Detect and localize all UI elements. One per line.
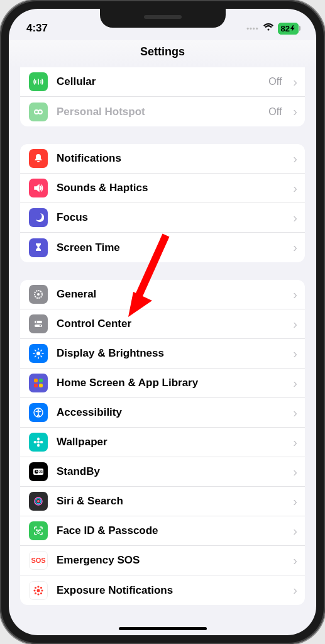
- row-label: StandBy: [57, 465, 282, 478]
- row-value: Off: [268, 76, 282, 87]
- clock-icon: 23: [29, 462, 48, 481]
- svg-point-0: [35, 110, 38, 114]
- accessibility-icon: [29, 403, 48, 422]
- wifi-icon: [263, 23, 274, 34]
- sos-icon: SOS: [29, 551, 48, 570]
- row-label: Face ID & Passcode: [57, 525, 282, 537]
- svg-point-44: [41, 587, 42, 588]
- settings-list[interactable]: Cellular Off › Personal Hotspot Off ›: [9, 67, 316, 631]
- row-cellular[interactable]: Cellular Off ›: [20, 67, 305, 97]
- row-screentime[interactable]: Screen Time ›: [20, 233, 305, 262]
- svg-point-7: [40, 325, 41, 326]
- row-label: General: [57, 288, 282, 301]
- row-standby[interactable]: 23 StandBy ›: [20, 457, 305, 487]
- toggles-icon: [29, 314, 48, 333]
- svg-point-5: [36, 321, 37, 323]
- row-label: Emergency SOS: [57, 554, 282, 567]
- row-label: Accessibility: [57, 406, 282, 419]
- chevron-right-icon: ›: [293, 240, 297, 255]
- faceid-icon: [29, 521, 48, 540]
- row-label: Focus: [57, 211, 282, 224]
- svg-point-43: [35, 587, 36, 588]
- chevron-right-icon: ›: [293, 211, 297, 225]
- row-controlcenter[interactable]: Control Center ›: [20, 309, 305, 339]
- svg-rect-19: [34, 384, 38, 387]
- row-sounds[interactable]: Sounds & Haptics ›: [20, 174, 305, 203]
- row-siri[interactable]: Siri & Search ›: [20, 487, 305, 516]
- siri-icon: [29, 492, 48, 511]
- svg-point-39: [38, 586, 39, 587]
- chevron-right-icon: ›: [293, 104, 297, 119]
- chevron-right-icon: ›: [293, 347, 297, 361]
- row-hotspot[interactable]: Personal Hotspot Off ›: [20, 97, 305, 126]
- chevron-right-icon: ›: [293, 181, 297, 196]
- svg-point-26: [34, 441, 37, 443]
- notch: [100, 9, 226, 28]
- screen: 4:37 •••• 82 Settings Cellular Off ›: [9, 9, 316, 635]
- chevron-right-icon: ›: [293, 583, 297, 597]
- row-focus[interactable]: Focus ›: [20, 203, 305, 233]
- row-label: Wallpaper: [57, 436, 282, 448]
- svg-point-42: [41, 590, 43, 591]
- status-time: 4:37: [26, 22, 48, 35]
- row-label: Control Center: [57, 318, 282, 330]
- row-general[interactable]: General ›: [20, 280, 305, 309]
- row-exposure[interactable]: Exposure Notifications ›: [20, 575, 305, 605]
- hotspot-icon: [29, 103, 48, 121]
- svg-point-8: [36, 352, 40, 355]
- svg-point-3: [37, 293, 40, 296]
- chevron-right-icon: ›: [293, 494, 297, 509]
- chevron-right-icon: ›: [293, 465, 297, 479]
- svg-line-13: [35, 350, 36, 352]
- moon-icon: [29, 208, 48, 227]
- svg-point-27: [40, 441, 43, 443]
- brightness-icon: [29, 344, 48, 363]
- group-alerts: Notifications › Sounds & Haptics › Focus…: [20, 144, 305, 262]
- row-sos[interactable]: SOS Emergency SOS ›: [20, 546, 305, 575]
- svg-point-22: [38, 409, 40, 411]
- svg-point-25: [37, 444, 40, 447]
- svg-point-36: [36, 530, 37, 530]
- speaker-icon: [29, 179, 48, 197]
- flower-icon: [29, 433, 48, 452]
- battery-icon: 82: [278, 23, 299, 35]
- svg-point-24: [37, 438, 40, 441]
- svg-line-14: [41, 356, 42, 357]
- chevron-right-icon: ›: [293, 553, 297, 568]
- row-wallpaper[interactable]: Wallpaper ›: [20, 428, 305, 457]
- chevron-right-icon: ›: [293, 435, 297, 450]
- svg-rect-18: [39, 379, 43, 382]
- row-label: Display & Brightness: [57, 347, 282, 360]
- chevron-right-icon: ›: [293, 376, 297, 391]
- row-label: Notifications: [57, 152, 282, 165]
- svg-point-45: [35, 592, 36, 594]
- svg-line-16: [41, 350, 42, 352]
- chevron-right-icon: ›: [293, 317, 297, 331]
- row-display[interactable]: Display & Brightness ›: [20, 339, 305, 369]
- row-label: Home Screen & App Library: [57, 377, 282, 389]
- svg-point-38: [37, 589, 40, 592]
- exposure-icon: [29, 581, 48, 600]
- svg-rect-20: [39, 384, 43, 387]
- bell-icon: [29, 149, 48, 168]
- svg-point-35: [37, 500, 40, 502]
- row-label: Sounds & Haptics: [57, 182, 282, 194]
- svg-text:23: 23: [39, 470, 43, 474]
- row-notifications[interactable]: Notifications ›: [20, 144, 305, 174]
- svg-point-37: [40, 530, 40, 530]
- row-label: Screen Time: [57, 242, 282, 254]
- row-faceid[interactable]: Face ID & Passcode ›: [20, 516, 305, 546]
- group-network: Cellular Off › Personal Hotspot Off ›: [20, 67, 305, 126]
- row-label: Exposure Notifications: [57, 584, 282, 597]
- chevron-right-icon: ›: [293, 75, 297, 89]
- chevron-right-icon: ›: [293, 152, 297, 166]
- svg-point-1: [38, 110, 42, 114]
- row-homescreen[interactable]: Home Screen & App Library ›: [20, 369, 305, 398]
- chevron-right-icon: ›: [293, 524, 297, 538]
- svg-rect-17: [34, 379, 38, 382]
- home-indicator[interactable]: [119, 627, 207, 630]
- page-title: Settings: [9, 40, 316, 67]
- app-grid-icon: [29, 374, 48, 392]
- row-accessibility[interactable]: Accessibility ›: [20, 398, 305, 428]
- cellular-icon: [29, 72, 48, 91]
